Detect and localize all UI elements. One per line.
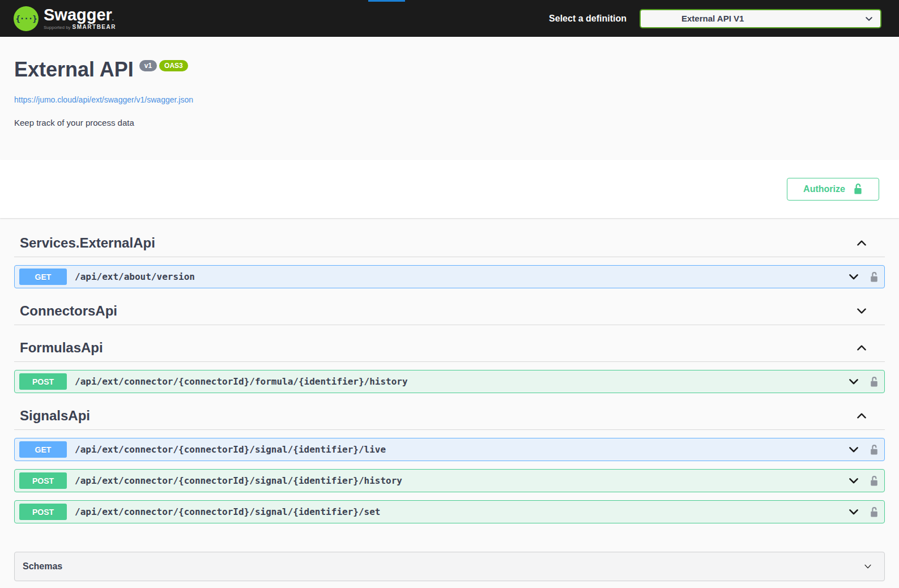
section-header[interactable]: ConnectorsApi [14, 297, 885, 325]
chevron-down-icon[interactable] [847, 505, 860, 519]
section-header[interactable]: SignalsApi [14, 402, 885, 430]
chevron-down-icon[interactable] [847, 270, 860, 284]
section-header[interactable]: Services.ExternalApi [14, 229, 885, 257]
swagger-brand[interactable]: {···} Swagger. Supported bySMARTBEAR [14, 6, 116, 31]
operation-row[interactable]: POST /api/ext/connector/{connectorId}/fo… [14, 370, 885, 393]
unlock-icon[interactable] [870, 271, 879, 283]
operation-path: /api/ext/about/version [75, 271, 847, 282]
spec-url-link[interactable]: https://jumo.cloud/api/ext/swagger/v1/sw… [14, 95, 193, 104]
chevron-icon[interactable] [855, 410, 868, 422]
section-title: ConnectorsApi [20, 303, 855, 319]
section-title: SignalsApi [20, 408, 855, 424]
unlock-icon[interactable] [870, 475, 879, 487]
chevron-down-icon[interactable] [847, 375, 860, 389]
operation-row[interactable]: GET /api/ext/connector/{connectorId}/sig… [14, 438, 885, 461]
schemas-label: Schemas [23, 561, 863, 572]
operation-path: /api/ext/connector/{connectorId}/signal/… [75, 506, 847, 517]
definition-picker: Select a definition External API V1 [549, 9, 881, 28]
method-badge: POST [19, 472, 67, 489]
swagger-logo-icon: {···} [14, 6, 39, 31]
section-title: FormulasApi [20, 340, 855, 356]
supported-by: Supported bySMARTBEAR [44, 24, 116, 30]
method-badge: GET [19, 269, 67, 285]
method-badge: GET [19, 441, 67, 458]
operations: Services.ExternalApi GET /api/ext/about/… [0, 218, 899, 523]
version-badge: v1 [139, 60, 157, 71]
chevron-down-icon[interactable] [847, 443, 860, 457]
browser-tab-strip [368, 0, 405, 2]
smartbear-wordmark: SMARTBEAR [73, 24, 116, 30]
page-title: External API [14, 57, 134, 82]
chevron-icon[interactable] [855, 237, 868, 249]
unlock-icon[interactable] [870, 506, 879, 518]
chevron-down-icon [864, 14, 874, 23]
unlock-icon[interactable] [870, 376, 879, 387]
definition-select-value: External API V1 [681, 14, 744, 23]
method-badge: POST [19, 373, 67, 390]
operation-path: /api/ext/connector/{connectorId}/formula… [75, 376, 847, 387]
chevron-icon[interactable] [855, 305, 868, 317]
operation-path: /api/ext/connector/{connectorId}/signal/… [75, 475, 847, 486]
select-definition-label: Select a definition [549, 14, 627, 24]
topbar: {···} Swagger. Supported bySMARTBEAR Sel… [0, 0, 899, 37]
brand-name: Swagger. [44, 7, 116, 23]
section-title: Services.ExternalApi [20, 235, 855, 251]
chevron-icon[interactable] [855, 342, 868, 354]
scheme-container: Authorize [0, 160, 899, 218]
opblock-tag-section: Services.ExternalApi GET /api/ext/about/… [14, 229, 885, 288]
oas3-badge: OAS3 [159, 60, 188, 71]
opblock-tag-section: FormulasApi POST /api/ext/connector/{con… [14, 334, 885, 393]
definition-select[interactable]: External API V1 [640, 9, 881, 28]
opblock-tag-section: SignalsApi GET /api/ext/connector/{conne… [14, 402, 885, 523]
api-info-section: External API v1 OAS3 https://jumo.cloud/… [0, 37, 899, 160]
authorize-button[interactable]: Authorize [787, 178, 879, 201]
section-header[interactable]: FormulasApi [14, 334, 885, 362]
operation-path: /api/ext/connector/{connectorId}/signal/… [75, 444, 847, 455]
unlock-icon [853, 183, 863, 195]
schemas-section[interactable]: Schemas [14, 552, 885, 581]
unlock-icon[interactable] [870, 444, 879, 455]
trademark-dot: . [112, 15, 114, 22]
authorize-label: Authorize [803, 184, 845, 194]
opblock-tag-section: ConnectorsApi [14, 297, 885, 325]
method-badge: POST [19, 504, 67, 520]
operation-row[interactable]: POST /api/ext/connector/{connectorId}/si… [14, 469, 885, 492]
chevron-down-icon [863, 561, 873, 572]
chevron-down-icon[interactable] [847, 474, 860, 488]
operation-row[interactable]: GET /api/ext/about/version [14, 265, 885, 288]
operation-row[interactable]: POST /api/ext/connector/{connectorId}/si… [14, 500, 885, 523]
api-description: Keep track of your process data [14, 118, 885, 127]
